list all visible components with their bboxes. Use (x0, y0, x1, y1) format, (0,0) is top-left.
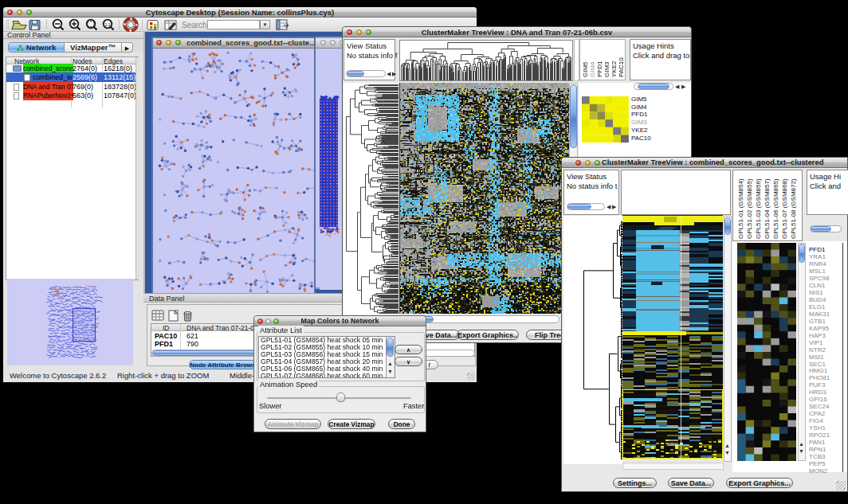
svg-text:1:1: 1:1 (104, 22, 111, 27)
